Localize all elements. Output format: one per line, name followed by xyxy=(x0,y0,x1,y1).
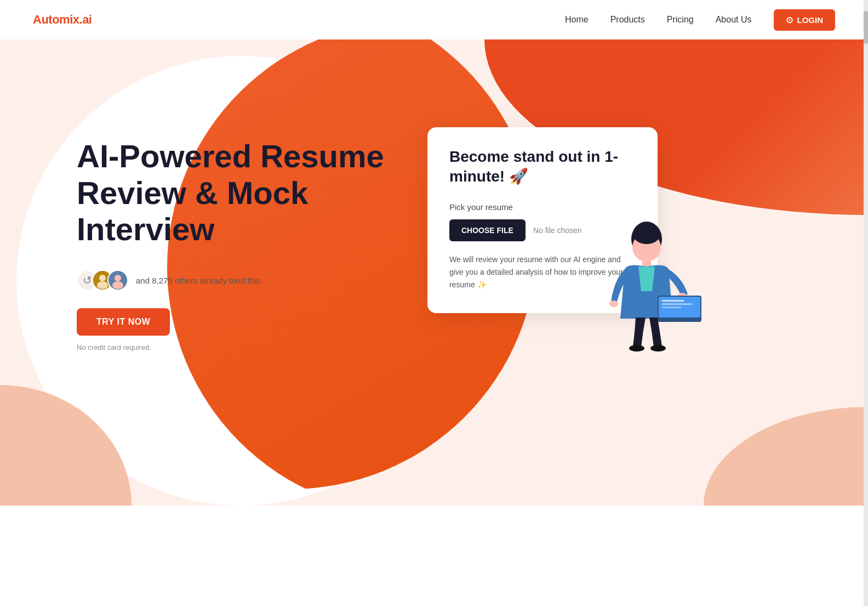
person-svg xyxy=(592,214,701,357)
hero-section: AI-Powered Resume Review & Mock Intervie… xyxy=(0,39,868,506)
no-credit-card-text: No credit card required. xyxy=(77,343,395,352)
svg-point-8 xyxy=(633,226,660,244)
svg-point-2 xyxy=(97,281,108,289)
navbar: Automix.ai Home Products Pricing About U… xyxy=(0,0,868,39)
avatars: ↺ xyxy=(77,270,128,291)
svg-point-1 xyxy=(99,275,106,281)
scrollbar[interactable] xyxy=(864,0,868,606)
person-illustration xyxy=(592,214,701,346)
logo-text: Automix.ai xyxy=(33,13,92,26)
svg-point-4 xyxy=(115,275,121,281)
choose-file-button[interactable]: CHOOSE FILE xyxy=(449,219,526,241)
svg-point-17 xyxy=(629,345,644,352)
svg-rect-14 xyxy=(662,300,684,302)
svg-point-5 xyxy=(112,281,123,289)
logo-highlight: o xyxy=(52,13,59,26)
social-proof-text: and 8,275 others already tried this. xyxy=(136,276,262,285)
hero-left: AI-Powered Resume Review & Mock Intervie… xyxy=(77,127,395,352)
svg-rect-16 xyxy=(662,307,681,308)
bg-peach-br xyxy=(704,407,868,506)
login-button[interactable]: ⊙ LOGIN xyxy=(774,9,836,31)
hero-right: Become stand out in 1-minute! 🚀 Pick you… xyxy=(427,127,658,313)
nav-pricing[interactable]: Pricing xyxy=(667,15,694,25)
nav-home[interactable]: Home xyxy=(565,15,589,25)
svg-point-18 xyxy=(650,345,666,352)
nav-about[interactable]: About Us xyxy=(716,15,752,25)
avatar-2-img xyxy=(108,271,127,290)
svg-point-10 xyxy=(609,301,618,307)
logo-prefix: Aut xyxy=(33,13,52,26)
svg-rect-15 xyxy=(662,303,692,305)
scrollbar-thumb xyxy=(864,11,868,44)
try-it-now-button[interactable]: TRY IT NOW xyxy=(77,308,170,336)
avatar-2 xyxy=(107,270,128,291)
logo-suffix: mix.ai xyxy=(59,13,92,26)
card-label: Pick your resume xyxy=(449,202,636,212)
social-proof-row: ↺ xyxy=(77,270,395,291)
login-label: LOGIN xyxy=(797,15,824,25)
logo: Automix.ai xyxy=(33,13,92,27)
nav-products[interactable]: Products xyxy=(610,15,645,25)
nav-links: Home Products Pricing About Us ⊙ LOGIN xyxy=(565,9,835,31)
hero-title: AI-Powered Resume Review & Mock Intervie… xyxy=(77,138,395,248)
card-title: Become stand out in 1-minute! 🚀 xyxy=(449,147,636,187)
file-name-text: No file chosen xyxy=(533,226,582,235)
login-icon: ⊙ xyxy=(786,15,793,25)
hero-content: AI-Powered Resume Review & Mock Intervie… xyxy=(0,39,868,395)
